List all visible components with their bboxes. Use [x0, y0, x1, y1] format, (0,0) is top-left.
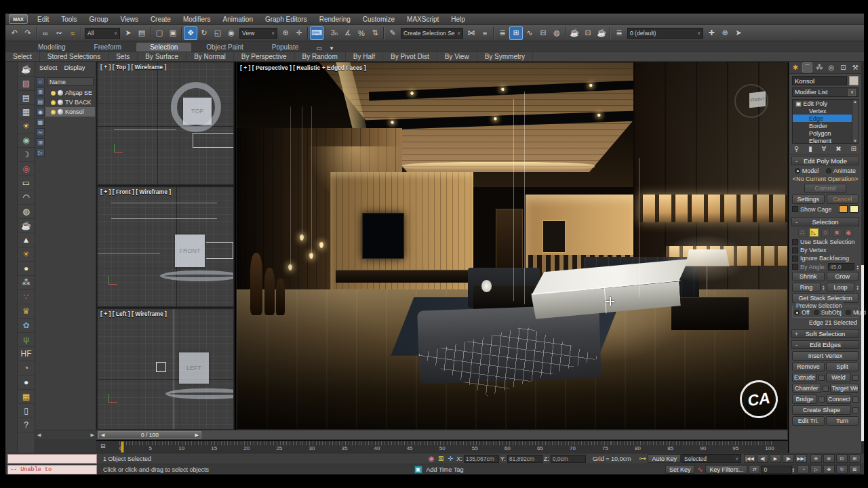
prev-frame-icon[interactable]: ◀|: [757, 454, 768, 463]
stack-item-border[interactable]: Border: [793, 122, 858, 129]
ribbon-button-by-surface[interactable]: By Surface: [138, 52, 186, 61]
next-frame-arrow-icon[interactable]: ▶: [193, 432, 201, 438]
key-filters-button[interactable]: Key Filters...: [705, 465, 747, 474]
prev-frame-arrow-icon[interactable]: ◀: [99, 432, 106, 438]
field-of-view-icon[interactable]: ▷: [810, 465, 822, 474]
select-object-icon[interactable]: ➤: [121, 26, 135, 40]
scroll-right-icon[interactable]: ▶: [91, 432, 94, 438]
zoom-icon[interactable]: ⊕: [810, 454, 822, 463]
stack-item-element[interactable]: Element: [793, 137, 858, 144]
scatter-icon[interactable]: ⁂: [18, 276, 35, 290]
get-stack-selection-button[interactable]: Get Stack Selection: [792, 293, 859, 303]
plane-icon[interactable]: ▭: [18, 176, 35, 190]
rollout-soft-selection[interactable]: + Soft Selection: [791, 329, 859, 338]
collapse-icon[interactable]: -: [792, 218, 801, 226]
menu-modifiers[interactable]: Modifiers: [177, 16, 217, 23]
split-button[interactable]: Split: [826, 362, 859, 371]
spreadsheet-icon[interactable]: ▦: [18, 105, 35, 119]
add-time-tag-label[interactable]: Add Time Tag: [422, 466, 464, 473]
show-end-result-icon[interactable]: ▮: [808, 145, 812, 152]
z-coordinate-field[interactable]: 0,0cm: [551, 455, 586, 463]
se-geometry-icon[interactable]: ⊞: [36, 138, 45, 146]
edit-named-selections-icon[interactable]: ✎: [386, 26, 399, 40]
chevron-down-icon[interactable]: ∨: [848, 89, 856, 96]
curve-editor-icon[interactable]: ∿: [523, 26, 536, 40]
edit-tri-button[interactable]: Edit Tri.: [792, 416, 825, 426]
commit-button[interactable]: Commit: [804, 184, 846, 193]
menu-maxscript[interactable]: MAXScript: [401, 16, 445, 23]
element-icon[interactable]: ◆: [844, 228, 853, 237]
create-shape-settings-icon[interactable]: [852, 407, 859, 413]
frame-spinner[interactable]: ▴▾: [792, 467, 794, 472]
ribbon-button-by-view[interactable]: By View: [437, 52, 477, 61]
radio-animate[interactable]: Animate: [826, 167, 856, 174]
use-stack-selection-checkbox[interactable]: [792, 239, 798, 245]
mirror-icon[interactable]: ⋈: [465, 26, 478, 40]
schematic-view-icon[interactable]: ⊟: [536, 26, 550, 40]
orbit-icon[interactable]: ↻: [836, 465, 848, 474]
set-key-curve-icon[interactable]: ∿: [695, 466, 705, 473]
light-toggle-icon[interactable]: [51, 110, 56, 115]
ribbon-button-by-perspective[interactable]: By Perspective: [234, 52, 295, 61]
extrude-button[interactable]: Extrude: [792, 373, 817, 382]
ribbon-button-stored-selections[interactable]: Stored Selections: [40, 52, 108, 61]
tab-select[interactable]: Select: [39, 64, 57, 71]
se-find-icon[interactable]: ○: [36, 77, 45, 85]
connect-button[interactable]: Connect: [826, 394, 851, 404]
remove-button[interactable]: Remove: [792, 362, 825, 371]
manage-layers-icon[interactable]: ≣: [612, 26, 626, 40]
scene-explorer-scrollbar[interactable]: ◀ ▶: [35, 430, 96, 439]
front-viewport[interactable]: [ + ] [ Front ] [ Wireframe ] FRONT: [97, 186, 234, 307]
sun-icon[interactable]: ☀: [18, 247, 35, 262]
remove-modifier-icon[interactable]: ✖: [835, 145, 841, 152]
se-link-icon[interactable]: ∾: [36, 128, 45, 136]
modifier-stack[interactable]: ▣Edit PolyVertexEdgeBorderPolygonElement…: [792, 99, 859, 144]
se-sort-icon[interactable]: ≣: [36, 87, 45, 96]
se-shape-icon[interactable]: ▷: [36, 148, 45, 157]
camera-speaker-icon[interactable]: ◉: [18, 134, 35, 148]
ribbon-tab-modeling[interactable]: Modeling: [24, 43, 79, 52]
command-panel-scrollbar[interactable]: [861, 62, 864, 453]
window-crossing-icon[interactable]: ▣: [166, 26, 180, 40]
go-end-icon[interactable]: ▶▶|: [795, 454, 807, 463]
ring-icon[interactable]: ◍: [18, 205, 35, 219]
menu-customize[interactable]: Customize: [357, 16, 401, 23]
se-layers-icon[interactable]: ▦: [36, 118, 45, 126]
by-vertex-checkbox[interactable]: [792, 247, 798, 253]
maximize-viewport-icon[interactable]: ⊠: [849, 465, 861, 474]
selection-lock-icon[interactable]: ⊠: [436, 455, 446, 462]
stack-item-polygon[interactable]: Polygon: [793, 129, 858, 137]
weld-button[interactable]: Weld: [826, 373, 851, 382]
align-icon[interactable]: ≡: [478, 26, 492, 40]
menu-views[interactable]: Views: [114, 16, 144, 23]
ribbon-button-by-half[interactable]: By Half: [346, 52, 383, 61]
scroll-left-icon[interactable]: ◀: [37, 432, 41, 438]
ring-spinner[interactable]: ▴▾: [823, 285, 825, 290]
create-layer-icon[interactable]: ✚: [705, 26, 718, 40]
time-slider-handle[interactable]: ◀ 0 / 100 ▶: [98, 431, 201, 439]
scene-object-tv-back[interactable]: TV BACK: [45, 98, 95, 107]
shell-icon[interactable]: ◔: [18, 361, 35, 375]
pills-icon[interactable]: ∵: [18, 290, 35, 304]
by-angle-field[interactable]: 45,0: [828, 263, 854, 270]
se-film-icon[interactable]: ◉: [36, 108, 45, 116]
ribbon-collapse-icon[interactable]: ▾: [326, 45, 338, 52]
select-and-move-icon[interactable]: ✥: [184, 26, 197, 40]
bridge-button[interactable]: Bridge: [792, 394, 817, 404]
menu-rendering[interactable]: Rendering: [313, 16, 357, 23]
snap-toggle-icon[interactable]: 3ₙ: [328, 26, 341, 40]
se-hierarchy-icon[interactable]: ▤: [36, 98, 45, 106]
menu-graph-editors[interactable]: Graph Editors: [259, 16, 313, 23]
select-by-name-icon[interactable]: ▤: [135, 26, 149, 40]
select-and-rotate-icon[interactable]: ↻: [197, 26, 211, 40]
edge-icon[interactable]: ◺: [810, 228, 818, 237]
create-tab[interactable]: ✱: [790, 62, 800, 73]
rollout-edit-poly-mode[interactable]: - Edit Poly Mode: [791, 157, 859, 165]
object-name-field[interactable]: Konsol: [792, 76, 847, 85]
reference-coordinate-dropdown[interactable]: View∨: [239, 28, 277, 39]
undo-icon[interactable]: ↶: [7, 26, 21, 40]
layer-manager-icon[interactable]: ≣: [496, 26, 509, 40]
stack-item-edit-poly[interactable]: ▣Edit Poly: [793, 100, 858, 107]
cage-color2-swatch[interactable]: [850, 205, 859, 213]
chevron-down-icon[interactable]: ∨: [695, 30, 701, 36]
